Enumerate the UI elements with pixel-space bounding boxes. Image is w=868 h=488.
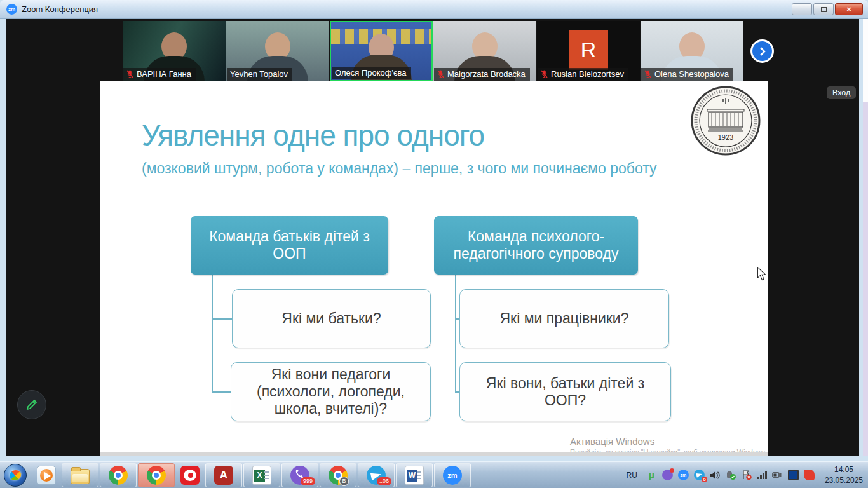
chrome-profile-badge: B [339,477,349,486]
clock-time: 14:05 [825,464,863,475]
connector-line [455,274,456,392]
taskbar-zoom[interactable]: zm [434,463,471,487]
shared-screen-slide: Уявлення одне про одного (мозковий штурм… [100,81,768,456]
next-participants-button[interactable] [750,39,774,63]
taskbar-word[interactable]: W [396,463,433,487]
participant-name: Yevhen Topalov [230,69,288,79]
participant-name: Małgorzata Brodacka [447,69,526,79]
system-tray: RU µ zm 6 14:05 23.05.2025 [627,464,868,485]
org-chart-child: Які вони, батьки дітей з ООП? [459,362,671,421]
taskbar-abbyy-finereader[interactable] [175,463,205,487]
connector-line [212,318,232,320]
seal-year: 1923 [718,133,733,141]
org-chart-child: Які вони педагоги (психологи, логопеди, … [231,362,431,421]
clock-date: 23.05.2025 [825,475,863,485]
window-titlebar[interactable]: zm Zoom Конференция — × [0,0,868,19]
folder-icon [71,469,90,484]
org-chart-child: Які ми батьки? [232,289,431,348]
volume-icon[interactable] [710,470,721,480]
pencil-icon [24,397,39,412]
taskbar-media-player[interactable] [32,463,61,487]
excel-icon: X [252,466,271,485]
slide-bottom-band [100,452,768,456]
network-signal-icon[interactable] [757,471,767,479]
zoom-tray-icon[interactable]: zm [678,470,689,480]
viber-tray-icon[interactable] [662,470,673,480]
window-controls: — × [792,3,863,15]
telegram-tray-badge: 6 [702,477,707,482]
display-tray-icon[interactable] [788,470,799,480]
participant-name: Ruslan Bielozortsev [551,69,624,79]
login-button[interactable]: Вход [827,86,856,99]
chrome-icon [147,466,166,485]
action-center-flag-icon[interactable] [742,470,752,480]
participant-name-tag: ВАРІНА Ганна [123,68,196,81]
windows-taskbar: A X 999 B ..06 W zm RU µ zm 6 [0,461,868,488]
tray-app-icon[interactable] [804,470,815,480]
taskbar-telegram[interactable]: ..06 [358,463,395,487]
language-indicator[interactable]: RU [627,471,637,480]
taskbar-excel[interactable]: X [243,463,280,487]
university-seal-logo: 1923 [690,85,761,156]
muted-mic-icon [437,70,444,78]
taskbar-chrome-profile[interactable]: B [320,463,356,487]
participant-tile[interactable]: ВАРІНА Ганна [123,21,226,81]
telegram-tray-icon[interactable]: 6 [694,470,705,480]
participant-name-tag: Olena Shestopalova [641,68,733,81]
telegram-badge: ..06 [377,477,391,485]
zoom-icon: zm [443,466,462,485]
participant-name-tag: Олеся Прокоф'єва [332,67,411,79]
taskbar-file-explorer[interactable] [62,463,98,487]
taskbar-chrome[interactable] [100,463,137,487]
participant-name-tag: Ruslan Bielozortsev [538,68,628,81]
chrome-icon: B [329,466,348,485]
windows-logo-icon [9,470,22,480]
taskbar-clock[interactable]: 14:05 23.05.2025 [825,464,863,485]
windows-activation-watermark: Активація Windows [570,436,654,447]
utorrent-tray-icon[interactable]: µ [646,470,657,480]
abbyy-eye-icon [180,466,200,485]
participant-name: ВАРІНА Ганна [137,69,191,79]
connector-line [212,274,213,392]
org-chart-child: Які ми працівники? [459,289,669,348]
muted-mic-icon [644,70,651,78]
background-window-sliver [863,19,868,456]
meeting-content-area: ВАРІНА Ганна Yevhen Topalov Олеся Прокоф… [6,19,859,456]
start-button[interactable] [4,464,27,487]
zoom-app-icon: zm [6,4,17,15]
usb-device-icon[interactable] [726,470,736,480]
word-icon: W [405,466,424,485]
participant-tile[interactable]: Yevhen Topalov [226,21,329,81]
avatar: R [569,30,608,69]
maximize-button[interactable] [813,3,834,15]
acrobat-icon: A [214,466,233,485]
minimize-button[interactable]: — [792,3,812,15]
participant-name-tag: Yevhen Topalov [227,68,292,81]
video-strip: ВАРІНА Ганна Yevhen Topalov Олеся Прокоф… [123,21,744,81]
viber-badge: 999 [301,477,315,485]
taskbar-chrome-active[interactable] [138,463,175,487]
taskbar-viber[interactable]: 999 [281,463,318,487]
slide-title: Уявлення одне про одного [142,118,484,152]
participant-tile[interactable]: Małgorzata Brodacka [433,21,536,81]
window-title: Zoom Конференция [22,4,98,14]
participant-name: Олеся Прокоф'єва [335,68,407,78]
participant-name: Olena Shestopalova [654,69,729,79]
muted-mic-icon [541,70,548,78]
taskbar-acrobat-reader[interactable]: A [205,463,242,487]
org-chart-parent-right: Команда психолого-педагогічного супровод… [434,216,638,274]
notification-dot [670,468,674,473]
slide-subtitle: (мозковий штурм, робота у командах) – пе… [142,160,657,177]
participant-name-tag: Małgorzata Brodacka [434,68,530,81]
annotate-button[interactable] [17,390,46,419]
muted-mic-icon [126,70,133,78]
org-chart-parent-left: Команда батьків дітей з ООП [191,216,388,274]
mouse-cursor [756,267,768,281]
participant-tile[interactable]: R Ruslan Bielozortsev [537,21,640,81]
media-player-icon [37,466,56,485]
power-plug-icon[interactable] [772,470,783,480]
participant-tile[interactable]: Olena Shestopalova [641,21,743,81]
maximize-icon [821,7,827,12]
participant-tile-speaking[interactable]: Олеся Прокоф'єва [330,21,433,81]
close-button[interactable]: × [835,3,863,15]
